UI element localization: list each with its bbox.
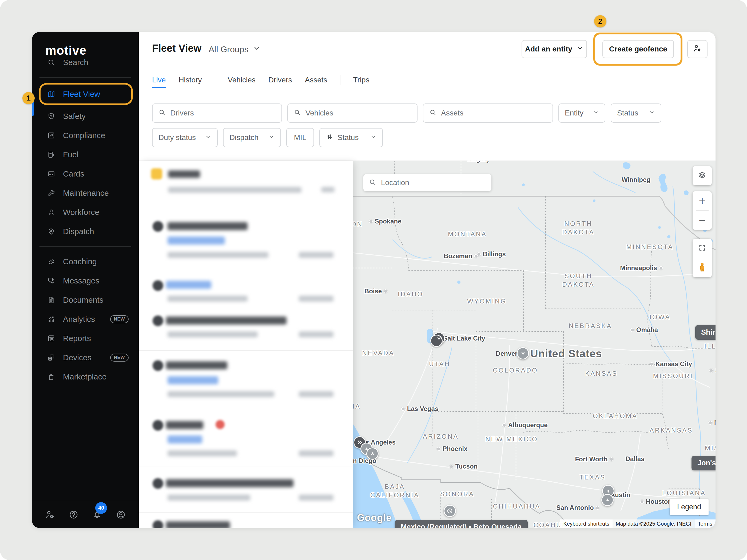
vehicle-marker-nav-up[interactable] bbox=[366, 448, 379, 460]
layers-icon bbox=[697, 170, 707, 181]
vehicle-list-panel bbox=[139, 161, 353, 528]
sidebar-item-workforce[interactable]: Workforce bbox=[32, 203, 139, 222]
sidebar-item-maintenance[interactable]: Maintenance bbox=[32, 184, 139, 203]
sidebar-item-dispatch[interactable]: Dispatch bbox=[32, 222, 139, 241]
filter-label: Duty status bbox=[158, 133, 196, 142]
map-location-search[interactable] bbox=[363, 174, 491, 191]
share-settings-button[interactable] bbox=[687, 40, 707, 58]
street-view-button[interactable] bbox=[693, 258, 712, 277]
notification-count-badge: 40 bbox=[95, 502, 107, 514]
state-label-wyoming: WYOMING bbox=[467, 297, 507, 305]
city-dot bbox=[369, 219, 373, 223]
filter-search-assets[interactable] bbox=[423, 104, 553, 123]
chevron-down-icon bbox=[253, 44, 261, 54]
sidebar-item-cards[interactable]: Cards bbox=[32, 164, 139, 184]
account-button[interactable] bbox=[116, 510, 126, 520]
tab-live[interactable]: Live bbox=[152, 72, 166, 88]
fleet-map[interactable]: + − Legend Google Mexico (Regulated) • B… bbox=[353, 161, 716, 528]
bag-icon bbox=[47, 373, 55, 381]
vehicles-search-input[interactable] bbox=[305, 109, 411, 117]
zoom-in-button[interactable]: + bbox=[693, 191, 712, 210]
drivers-search-input[interactable] bbox=[170, 109, 276, 117]
add-entity-button[interactable]: Add an entity bbox=[521, 40, 587, 58]
city-dot bbox=[401, 407, 405, 411]
tab-vehicles[interactable]: Vehicles bbox=[228, 72, 256, 88]
country-label-united-states: United States bbox=[531, 348, 602, 360]
filter-mil[interactable]: MIL bbox=[286, 128, 314, 147]
chevron-down-icon bbox=[576, 45, 584, 54]
sidebar-item-fleet-view[interactable]: Fleet View bbox=[39, 83, 133, 105]
keyboard-shortcuts-link[interactable]: Keyboard shortcuts bbox=[560, 519, 612, 528]
admin-settings-button[interactable] bbox=[45, 510, 55, 520]
create-geofence-button[interactable]: Create geofence bbox=[602, 40, 674, 58]
search-icon bbox=[369, 179, 376, 187]
state-label-montana: MONTANA bbox=[448, 230, 487, 238]
state-label-north-dakota: NORTH DAKOTA bbox=[562, 219, 595, 237]
card-icon bbox=[47, 169, 55, 178]
filter-dropdown-status[interactable]: Status bbox=[319, 128, 383, 147]
sidebar-item-label: Messages bbox=[63, 276, 100, 285]
vehicle-label-chip[interactable]: Shir bbox=[695, 325, 716, 340]
assets-search-input[interactable] bbox=[440, 109, 547, 117]
tab-trips[interactable]: Trips bbox=[353, 72, 369, 88]
tab-assets[interactable]: Assets bbox=[305, 72, 327, 88]
sidebar-item-devices[interactable]: DevicesNEW bbox=[32, 348, 139, 367]
tab-history[interactable]: History bbox=[179, 72, 202, 88]
filter-dropdown-entity[interactable]: Entity bbox=[558, 104, 606, 123]
sidebar-item-coaching[interactable]: Coaching bbox=[32, 252, 139, 271]
sidebar-item-messages[interactable]: Messages bbox=[32, 271, 139, 290]
filter-search-drivers[interactable] bbox=[152, 104, 282, 123]
city-label-omaha: Omaha bbox=[628, 326, 658, 334]
list-item[interactable] bbox=[139, 466, 353, 512]
list-item[interactable] bbox=[139, 161, 353, 212]
layers-button[interactable] bbox=[693, 166, 712, 185]
sidebar-item-compliance[interactable]: Compliance bbox=[32, 126, 139, 145]
state-label-colorado: COLORADO bbox=[493, 366, 538, 375]
location-input[interactable] bbox=[381, 178, 486, 187]
list-item[interactable] bbox=[139, 309, 353, 350]
city-label-bozeman: Bozeman bbox=[444, 252, 480, 260]
filter-row-2: Duty statusDispatchMILStatus bbox=[152, 128, 383, 147]
state-label-california: CALIFORNIA bbox=[353, 402, 361, 411]
legend-button[interactable]: Legend bbox=[670, 499, 709, 515]
sidebar-item-reports[interactable]: Reports bbox=[32, 329, 139, 348]
filter-dropdown-status[interactable]: Status bbox=[611, 104, 661, 123]
vehicle-label-chip[interactable]: Jon's Ca bbox=[692, 456, 716, 471]
vehicle-marker-nav-up[interactable] bbox=[601, 494, 614, 506]
shield-icon bbox=[47, 112, 55, 121]
state-label-utah: UTAH bbox=[429, 360, 450, 368]
chevron-down-icon bbox=[593, 109, 599, 117]
vehicle-marker-clock[interactable] bbox=[444, 505, 456, 517]
search-icon bbox=[47, 58, 55, 67]
sidebar-item-marketplace[interactable]: Marketplace bbox=[32, 367, 139, 386]
filter-dropdown-duty-status[interactable]: Duty status bbox=[152, 128, 218, 147]
fullscreen-button[interactable] bbox=[693, 239, 712, 258]
group-selector[interactable]: All Groups bbox=[209, 44, 261, 54]
city-dot bbox=[503, 423, 506, 427]
city-label-denver: Denver bbox=[496, 350, 517, 357]
state-label-louisiana: LOUISIANA bbox=[662, 489, 706, 497]
state-label-arkansas: ARKANSAS bbox=[650, 426, 693, 435]
tab-drivers[interactable]: Drivers bbox=[268, 72, 292, 88]
sidebar-item-analytics[interactable]: AnalyticsNEW bbox=[32, 310, 139, 329]
state-label-south-dakota: SOUTH DAKOTA bbox=[562, 272, 595, 289]
vehicle-marker-nav-down[interactable] bbox=[517, 347, 529, 359]
group-selector-label: All Groups bbox=[209, 45, 248, 54]
terms-link[interactable]: Terms bbox=[695, 519, 716, 528]
list-item[interactable] bbox=[139, 273, 353, 309]
state-label-minnesota: MINNESOTA bbox=[626, 243, 674, 251]
sidebar-item-safety[interactable]: Safety bbox=[32, 107, 139, 126]
profile-icon bbox=[116, 516, 126, 521]
state-label-arizona: ARIZONA bbox=[423, 432, 459, 441]
filter-dropdown-dispatch[interactable]: Dispatch bbox=[223, 128, 281, 147]
sidebar-item-fuel[interactable]: Fuel bbox=[32, 145, 139, 164]
sidebar-item-documents[interactable]: Documents bbox=[32, 290, 139, 310]
sidebar-item-label: Fuel bbox=[63, 150, 78, 159]
filter-label: MIL bbox=[294, 133, 307, 142]
help-button[interactable] bbox=[69, 510, 79, 520]
vehicle-marker-nav-down[interactable] bbox=[433, 332, 445, 345]
filter-search-vehicles[interactable] bbox=[287, 104, 417, 123]
notifications-button[interactable]: 40 bbox=[92, 510, 102, 520]
zoom-out-button[interactable]: − bbox=[693, 211, 712, 230]
city-label-san-antonio: San Antonio bbox=[556, 504, 601, 511]
